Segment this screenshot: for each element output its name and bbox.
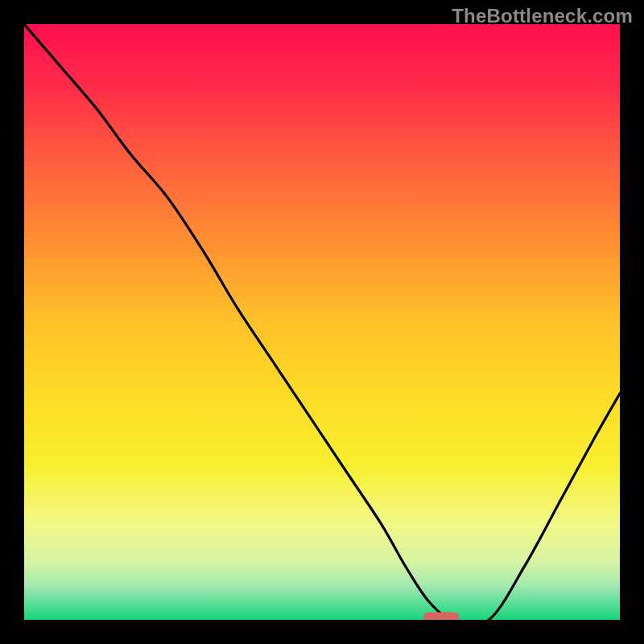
outer-frame: TheBottleneck.com bbox=[0, 0, 644, 644]
optimum-marker bbox=[423, 613, 459, 620]
gradient-background bbox=[24, 24, 620, 620]
chart-plot bbox=[24, 24, 620, 620]
chart-svg bbox=[24, 24, 620, 620]
